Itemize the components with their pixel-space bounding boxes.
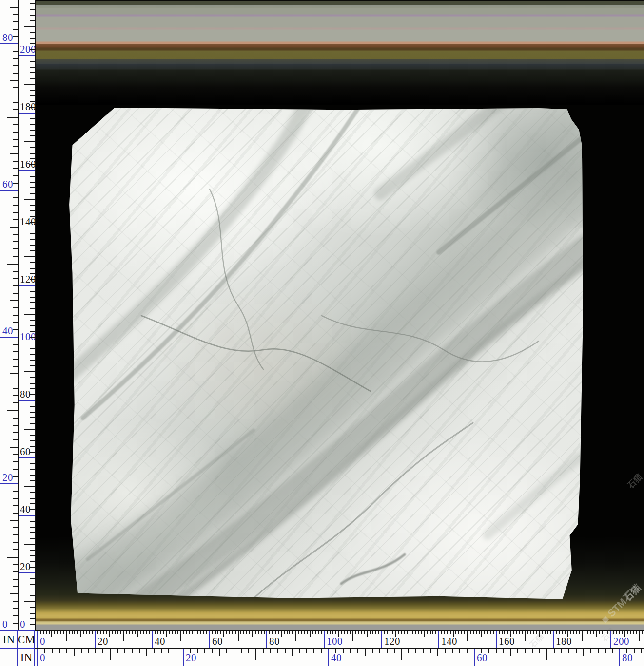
ruler-tick <box>7 410 18 411</box>
ruler-major-tick <box>0 43 18 44</box>
ruler-tick <box>13 395 18 396</box>
ruler-tick <box>624 630 625 637</box>
ruler-tick <box>226 649 227 653</box>
ruler-tick <box>13 542 18 543</box>
ruler-tick <box>13 146 18 147</box>
ruler-tick <box>270 649 271 653</box>
ruler-tick <box>10 153 18 154</box>
ruler-tick <box>277 649 278 653</box>
ruler-tick <box>424 630 425 637</box>
ruler-tick <box>24 199 35 200</box>
ruler-tick <box>255 649 256 660</box>
ruler-tick <box>612 649 613 653</box>
ruler-number: 60 <box>212 636 223 647</box>
ruler-tick <box>30 147 35 148</box>
ruler-tick <box>401 649 402 660</box>
ruler-tick <box>30 107 35 108</box>
ruler-tick <box>639 630 640 641</box>
ruler-tick <box>539 649 540 653</box>
ruler-number: 80 <box>622 653 633 663</box>
ruler-number: 40 <box>20 504 31 514</box>
ruler-tick <box>30 262 35 263</box>
ruler-tick <box>30 20 35 21</box>
ruler-tick <box>13 491 18 492</box>
ruler-tick <box>13 476 18 477</box>
ruler-tick <box>13 623 18 624</box>
ruler-number: 80 <box>20 389 31 400</box>
ruler-tick <box>13 36 18 37</box>
ruler-tick <box>117 649 118 653</box>
ruler-tick <box>168 649 169 653</box>
ruler-tick <box>10 447 18 448</box>
ruler-tick <box>13 402 18 403</box>
ruler-tick <box>195 630 195 637</box>
ruler-tick <box>10 7 18 8</box>
ruler-tick <box>445 649 446 653</box>
ruler-tick <box>161 649 162 653</box>
ruler-tick <box>285 649 286 653</box>
vertical-inch-unit-label: IN <box>0 633 18 646</box>
ruler-tick <box>13 175 18 176</box>
ruler-tick <box>52 649 53 653</box>
ruler-tick <box>546 649 547 660</box>
ruler-tick <box>30 291 35 292</box>
ruler-tick <box>30 158 35 159</box>
ruler-tick <box>13 73 18 74</box>
ruler-tick <box>30 365 35 366</box>
ruler-tick <box>13 579 18 580</box>
ruler-tick <box>252 630 253 637</box>
ruler-tick <box>582 630 583 641</box>
ruler-tick <box>30 383 35 384</box>
ruler-major-tick <box>37 630 38 648</box>
ruler-tick <box>13 586 18 587</box>
ruler-tick <box>30 216 35 217</box>
ruler-tick <box>379 649 380 653</box>
ruler-baseline <box>35 630 644 631</box>
ruler-tick <box>30 440 35 441</box>
ruler-tick <box>567 630 568 637</box>
ruler-tick <box>132 649 133 653</box>
ruler-number: 20 <box>98 636 108 647</box>
ruler-tick <box>248 649 249 653</box>
ruler-tick <box>30 394 35 395</box>
ruler-tick <box>13 139 18 140</box>
ruler-tick <box>30 337 35 338</box>
ruler-tick <box>13 351 18 352</box>
ruler-tick <box>30 331 35 332</box>
scanner-top-bands <box>36 0 644 105</box>
ruler-tick <box>372 649 373 653</box>
ruler-tick <box>423 649 424 653</box>
ruler-tick <box>30 555 35 556</box>
ruler-tick <box>496 649 497 653</box>
ruler-tick <box>13 248 18 249</box>
ruler-tick <box>212 649 213 653</box>
ruler-major-tick <box>474 649 475 666</box>
ruler-tick <box>137 630 138 637</box>
ruler-tick <box>467 649 468 653</box>
ruler-tick <box>13 534 18 535</box>
ruler-tick <box>30 521 35 522</box>
ruler-tick <box>30 417 35 418</box>
ruler-tick <box>13 432 18 433</box>
ruler-tick <box>30 9 35 10</box>
ruler-tick <box>626 649 627 653</box>
ruler-number: 200 <box>613 636 629 647</box>
ruler-tick <box>13 271 18 272</box>
ruler-major-tick <box>496 630 497 648</box>
ruler-tick <box>350 649 351 653</box>
ruler-tick <box>30 210 35 211</box>
ruler-tick <box>24 486 35 487</box>
ruler-tick <box>13 102 18 103</box>
ruler-tick <box>13 388 18 389</box>
ruler-tick <box>596 630 597 637</box>
ruler-major-tick <box>0 337 18 338</box>
ruler-number: 140 <box>441 636 457 647</box>
ruler-tick <box>7 117 18 118</box>
horizontal-inch-unit-label: IN <box>18 651 35 664</box>
ruler-tick <box>459 649 460 653</box>
ruler-tick <box>568 649 569 653</box>
ruler-tick <box>13 322 18 323</box>
ruler-tick <box>180 630 181 641</box>
ruler-tick <box>30 239 35 240</box>
ruler-tick <box>30 118 35 119</box>
